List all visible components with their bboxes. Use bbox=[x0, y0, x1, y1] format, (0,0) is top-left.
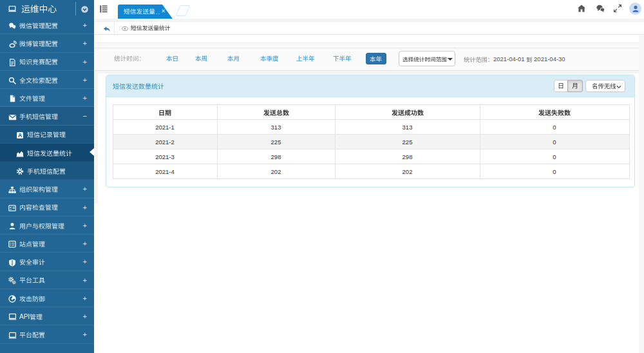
svg-text:A: A bbox=[18, 132, 22, 138]
